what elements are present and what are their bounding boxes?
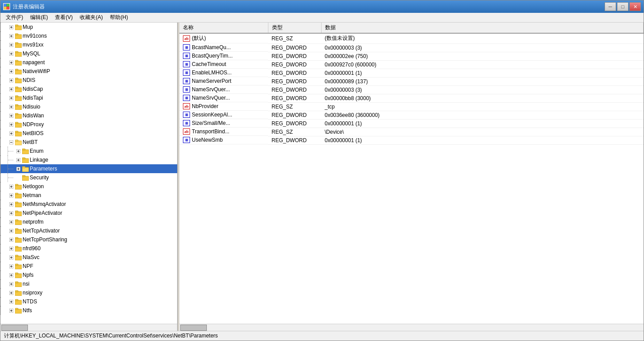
tree-node-ndiswan[interactable]: NdisWan	[0, 111, 177, 120]
tree-node-netlogon[interactable]: Netlogon	[0, 182, 177, 191]
tree-toggle-nettcpportsharing[interactable]	[8, 236, 15, 243]
svg-rect-2	[4, 7, 7, 9]
tree-toggle-mvs91xx[interactable]	[8, 41, 15, 48]
tree-node-ndistapi[interactable]: NdisTapi	[0, 93, 177, 102]
svg-rect-138	[15, 265, 22, 269]
tree-toggle-npf[interactable]	[8, 263, 15, 270]
table-row[interactable]: ⊞Size/Small/Me...REG_DWORD0x00000001 (1)	[179, 119, 644, 128]
tree-toggle-ndis[interactable]	[8, 77, 15, 84]
table-row[interactable]: ⊞EnableLMHOS...REG_DWORD0x00000001 (1)	[179, 69, 644, 77]
tree-toggle-netpipeactivator[interactable]	[8, 209, 15, 217]
tree-hscroll-thumb[interactable]	[1, 325, 28, 331]
svg-rect-72	[15, 140, 18, 141]
tree-node-ndis[interactable]: NDIS	[0, 76, 177, 85]
tree-toggle-netbios[interactable]	[8, 130, 15, 137]
registry-hscroll[interactable]	[179, 324, 644, 331]
tree-node-ndproxy[interactable]: NDProxy	[0, 120, 177, 129]
tree-node-parameters[interactable]: Parameters	[0, 164, 177, 173]
tree-node-linkage[interactable]: Linkage	[0, 155, 177, 164]
tree-toggle-nettcpactivator[interactable]	[8, 227, 15, 234]
tree-toggle-ntfs[interactable]	[8, 307, 15, 314]
tree-node-mysql[interactable]: MySQL	[0, 49, 177, 58]
menu-favorites[interactable]: 收藏夹(A)	[76, 13, 106, 22]
tree-toggle-ntds[interactable]	[8, 298, 15, 305]
tree-toggle-ndistapi[interactable]	[8, 94, 15, 101]
tree-toggle-netman[interactable]	[8, 192, 15, 199]
tree-node-netmsmqactivator[interactable]: NetMsmqActivator	[0, 200, 177, 209]
tree-hscroll[interactable]	[0, 324, 177, 331]
tree-node-npfs[interactable]: Npfs	[0, 271, 177, 279]
menu-file[interactable]: 文件(F)	[2, 13, 27, 22]
tree-node-netpipeactivator[interactable]: NetPipeActivator	[0, 209, 177, 217]
menu-edit[interactable]: 编辑(E)	[27, 13, 51, 22]
tree-toggle-netprofm[interactable]	[8, 218, 15, 225]
registry-scroll-area[interactable]: 名称 类型 数据 ab(默认)REG_SZ(数值未设置)⊞BcastNameQu…	[179, 23, 644, 324]
table-row[interactable]: ⊞BcastNameQu...REG_DWORD0x00000003 (3)	[179, 43, 644, 52]
tree-toggle-ndiscap[interactable]	[8, 85, 15, 93]
table-row[interactable]: abNbProviderREG_SZ_tcp	[179, 102, 644, 111]
tree-node-nettcpactivator[interactable]: NetTcpActivator	[0, 226, 177, 235]
tree-toggle-ndiswan[interactable]	[8, 112, 15, 119]
table-row[interactable]: ⊞NameSrvQuer...REG_DWORD0x00000003 (3)	[179, 85, 644, 94]
tree-toggle-ndproxy[interactable]	[8, 121, 15, 128]
tree-toggle-mup[interactable]	[8, 23, 15, 31]
tree-toggle-mysql[interactable]	[8, 50, 15, 57]
tree-toggle-npfs[interactable]	[8, 271, 15, 279]
tree-node-ndisuio[interactable]: Ndisuio	[0, 102, 177, 111]
tree-toggle-nfrd960[interactable]	[8, 245, 15, 252]
tree-node-netprofm[interactable]: netprofm	[0, 217, 177, 226]
tree-toggle-mv91cons[interactable]	[8, 32, 15, 39]
tree-node-nfrd960[interactable]: nfrd960	[0, 244, 177, 253]
close-button[interactable]: ✕	[629, 2, 641, 11]
tree-toggle-netmsmqactivator[interactable]	[8, 201, 15, 208]
tree-toggle-nsiproxy[interactable]	[8, 289, 15, 296]
tree-node-security[interactable]: Security	[0, 173, 177, 182]
folder-icon	[15, 281, 22, 287]
tree-node-netman[interactable]: Netman	[0, 191, 177, 200]
tree-node-nlasvc[interactable]: NlaSvc	[0, 253, 177, 262]
menu-help[interactable]: 帮助(H)	[106, 13, 132, 22]
tree-node-nettcpportsharing[interactable]: NetTcpPortSharing	[0, 235, 177, 244]
tree-node-netbios[interactable]: NetBIOS	[0, 129, 177, 138]
table-row[interactable]: ab(默认)REG_SZ(数值未设置)	[179, 33, 644, 43]
tree-label-netmsmqactivator: NetMsmqActivator	[23, 201, 66, 207]
tree-toggle-nativewifip[interactable]	[8, 68, 15, 75]
table-row[interactable]: ⊞UseNewSmbREG_DWORD0x00000001 (1)	[179, 136, 644, 144]
table-row[interactable]: ⊞NameServerPortREG_DWORD0x00000089 (137)	[179, 77, 644, 85]
tree-toggle-nlasvc[interactable]	[8, 254, 15, 261]
table-row[interactable]: ⊞NameSrvQuer...REG_DWORD0x00000bb8 (3000…	[179, 94, 644, 102]
table-row[interactable]: abTransportBind...REG_SZ\Device\	[179, 128, 644, 136]
table-row[interactable]: ⊞CacheTimeoutREG_DWORD0x000927c0 (600000…	[179, 60, 644, 69]
tree-toggle-parameters[interactable]	[15, 165, 22, 172]
tree-node-npf[interactable]: NPF	[0, 262, 177, 271]
tree-toggle-linkage[interactable]	[15, 156, 22, 163]
tree-toggle-ndisuio[interactable]	[8, 103, 15, 110]
tree-node-nsi[interactable]: nsi	[0, 279, 177, 288]
tree-toggle-nsi[interactable]	[8, 280, 15, 287]
table-row[interactable]: ⊞SessionKeepAl...REG_DWORD0x0036ee80 (36…	[179, 111, 644, 119]
tree-node-mv91cons[interactable]: mv91cons	[0, 31, 177, 40]
tree-node-ndiscap[interactable]: NdisCap	[0, 85, 177, 93]
tree-toggle-netlogon[interactable]	[8, 183, 15, 190]
table-row[interactable]: ⊞BcastQueryTim...REG_DWORD0x000002ee (75…	[179, 52, 644, 60]
tree-node-mvs91xx[interactable]: mvs91xx	[0, 40, 177, 49]
registry-hscroll-thumb[interactable]	[180, 325, 207, 331]
tree-node-enum[interactable]: Enum	[0, 147, 177, 155]
tree-toggle-enum[interactable]	[15, 147, 22, 155]
tree-scroll-area[interactable]: Mup mv91cons mvs91xx MySQL napagent Nati…	[0, 23, 177, 324]
minimize-button[interactable]: ─	[605, 2, 616, 11]
tree-node-nsiproxy[interactable]: nsiproxy	[0, 288, 177, 297]
tree-label-npf: NPF	[23, 263, 33, 269]
svg-rect-18	[15, 43, 18, 44]
tree-node-nativewifip[interactable]: NativeWifiP	[0, 67, 177, 76]
tree-toggle-napagent[interactable]	[8, 59, 15, 66]
tree-node-napagent[interactable]: napagent	[0, 58, 177, 67]
tree-node-netbt[interactable]: NetBT	[0, 138, 177, 147]
maximize-button[interactable]: □	[617, 2, 628, 11]
menu-view[interactable]: 查看(V)	[51, 13, 76, 22]
tree-node-mup[interactable]: Mup	[0, 23, 177, 31]
tree-node-ntds[interactable]: NTDS	[0, 297, 177, 306]
reg-type-cell: REG_SZ	[268, 33, 321, 43]
tree-toggle-netbt[interactable]	[8, 139, 15, 146]
tree-node-ntfs[interactable]: Ntfs	[0, 306, 177, 315]
